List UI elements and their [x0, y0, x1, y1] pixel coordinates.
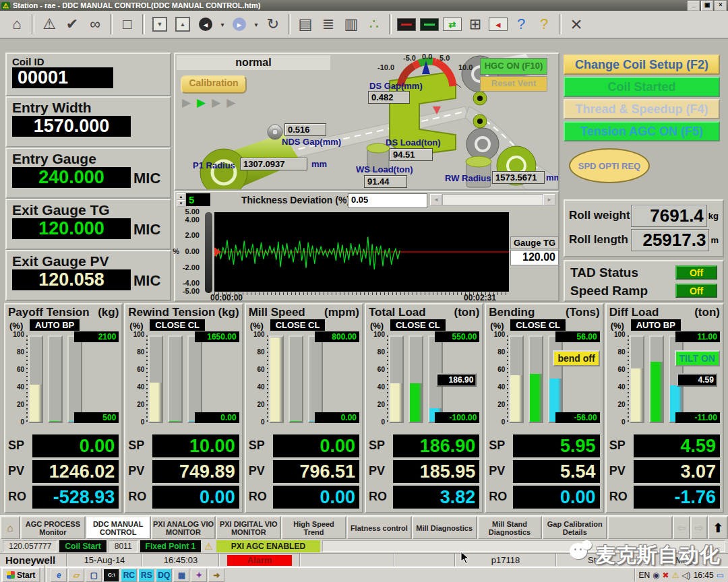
tab-home-icon[interactable]: ⌂	[0, 516, 20, 540]
diamond-icon[interactable]: ✦	[191, 569, 207, 582]
app-alarm-icon: ⚠	[1, 2, 10, 9]
spinner-up-icon[interactable]: ▲	[177, 193, 185, 200]
recall-down-icon[interactable]: ▼	[150, 13, 170, 36]
tab-flatness-control[interactable]: Flatness control	[346, 516, 412, 540]
internet-explorer-icon[interactable]: e	[51, 569, 67, 582]
gauge-axis-tick: 0	[261, 418, 265, 426]
bottom-work-hub	[477, 119, 483, 124]
trend-v-slider[interactable]	[205, 212, 212, 293]
tab-ddc-manual[interactable]: DDC MANUAL CONTROL	[86, 516, 151, 540]
print-icon[interactable]: ▤	[295, 13, 315, 36]
tab-blank[interactable]	[607, 516, 673, 540]
gauge-row-label: RO	[128, 490, 152, 504]
coil-field-value: 1570.000	[12, 116, 131, 137]
gauge-pv-value: 749.89	[152, 460, 239, 483]
alarm-icon[interactable]: ⚠	[39, 13, 59, 36]
tab-back-icon[interactable]: ⇦	[673, 516, 690, 540]
scroll-track[interactable]	[442, 194, 543, 205]
back-menu-icon[interactable]: ▾	[218, 13, 226, 36]
tab-agc-process[interactable]: AGC PROCESS Monitor	[20, 516, 86, 540]
hgc-on-button[interactable]: HGC ON (F10)	[480, 58, 547, 75]
gauge-axis-tick: 0	[20, 418, 24, 426]
spd-opti-req-indicator[interactable]: SPD OPTI REQ	[569, 148, 650, 183]
connect-icon[interactable]: ∞	[85, 13, 105, 36]
window-icon[interactable]: ▢	[86, 569, 102, 582]
help-gears-icon[interactable]: ?	[511, 13, 531, 36]
tension-agc-button[interactable]: Tension AGC ON (F5)	[564, 121, 720, 141]
forward-menu-icon[interactable]: ▾	[252, 13, 260, 36]
tab-up-icon[interactable]: ⬆	[708, 516, 728, 540]
checklist-icon[interactable]: ≣	[318, 13, 338, 36]
error-tray-icon[interactable]: ✖	[663, 571, 669, 580]
gauge-extra-button[interactable]: bend off	[553, 350, 599, 366]
gauge-title: Diff Load	[609, 306, 659, 319]
tab-pxi-analog-vio[interactable]: PXI ANALOG VIO MONITOR	[151, 516, 216, 540]
gauge-mode-indicator[interactable]: AUTO BP	[30, 319, 80, 331]
gauge-axis-label: (%)	[129, 321, 143, 331]
gauge-extra-button[interactable]: TILT ON	[675, 350, 720, 366]
gauge-mode-indicator[interactable]: CLOSE CL	[150, 319, 205, 331]
tab-forward-icon[interactable]: ⇨	[690, 516, 708, 540]
gauge-row-label: PV	[8, 464, 32, 478]
monitor-red-icon[interactable]	[396, 13, 417, 36]
monitor-green-icon[interactable]	[419, 13, 439, 36]
restore-button[interactable]: ▣	[701, 1, 713, 11]
windows-stack-icon[interactable]: ⊞	[465, 13, 485, 36]
refresh-icon[interactable]: ↻	[263, 13, 283, 36]
stop-icon[interactable]: □	[117, 13, 138, 36]
thread-speedup-button[interactable]: Thread & Speedup (F4)	[564, 99, 720, 119]
roll-data-panel: Roll weight 7691.4 kg Roll length 25917.…	[564, 199, 724, 257]
warning-tray-icon[interactable]: ⚠	[672, 571, 679, 580]
display-tray-icon[interactable]: ▭	[717, 571, 724, 580]
tab-mill-diagnostics[interactable]: Mill Diagnostics	[412, 516, 477, 540]
minimize-button[interactable]: _	[688, 1, 700, 11]
tab-mill-stand[interactable]: Mill Stand Diagnostics	[477, 516, 543, 540]
folder-icon[interactable]: ▱	[68, 569, 84, 582]
trend-y-tick: 5.00	[177, 207, 200, 216]
language-indicator[interactable]: EN	[638, 571, 650, 580]
alarm-cell[interactable]: Alarm	[220, 554, 301, 567]
help-doc-icon[interactable]: ?	[534, 13, 554, 36]
gauge-mode-indicator[interactable]: AUTO BP	[631, 319, 681, 331]
change-coil-setup-button[interactable]: Change Coil Setup (F2)	[564, 55, 720, 75]
rs-app-icon[interactable]: RS	[138, 569, 154, 582]
columns-icon[interactable]: ▥	[341, 13, 361, 36]
calibration-button[interactable]: Calibration	[181, 75, 247, 94]
acknowledge-icon[interactable]: ✔	[62, 13, 82, 36]
coil-started-indicator[interactable]: Coil Started	[564, 77, 720, 97]
computer-icon[interactable]: ▦	[173, 569, 189, 582]
tad-status-value[interactable]: Off	[675, 265, 717, 280]
volume-icon[interactable]: ◁)	[681, 571, 690, 580]
network-icon[interactable]: ∴	[364, 13, 384, 36]
close-button[interactable]: ×	[715, 1, 727, 11]
recall-up-icon[interactable]: ▲	[173, 13, 193, 36]
home-icon[interactable]: ⌂	[7, 13, 27, 36]
gauge-mode-indicator[interactable]: CLOSE CL	[390, 319, 446, 331]
reset-vent-button[interactable]: Reset Vent	[480, 76, 547, 92]
trend-deviation-input[interactable]: 0.05	[348, 193, 427, 208]
forward-icon[interactable]: ▸	[229, 13, 249, 36]
gauge-bar	[510, 375, 522, 422]
gauge-axis-label: (%)	[490, 321, 504, 331]
alarm-indicator[interactable]: Alarm	[227, 555, 292, 566]
logoff-icon[interactable]: ➜	[208, 569, 224, 582]
spinner-down-icon[interactable]: ▼	[177, 200, 185, 207]
back-icon[interactable]: ◂	[195, 13, 216, 36]
gauge-mode-indicator[interactable]: CLOSE CL	[270, 319, 326, 331]
tab-gap-calibration[interactable]: Gap Calibration Details	[542, 516, 607, 540]
gauge-axis-label: (%)	[250, 321, 264, 331]
tab-pxi-digital-vio[interactable]: PXI DIGITAL VIO MONITOR	[216, 516, 281, 540]
eye-icon[interactable]: ◉	[653, 571, 659, 580]
gauge-mode-indicator[interactable]: CLOSE CL	[510, 319, 566, 331]
command-prompt-icon[interactable]: C:\	[103, 569, 119, 582]
close-icon[interactable]: ×	[566, 13, 586, 36]
archive-in-icon[interactable]: ◂	[488, 13, 508, 36]
speed-ramp-value[interactable]: Off	[675, 284, 717, 298]
tab-high-speed-trend[interactable]: High Speed Trend	[281, 516, 346, 540]
scroll-left-icon[interactable]: ◂	[430, 194, 442, 205]
dq-app-icon[interactable]: DQ	[156, 569, 172, 582]
archive-swap-icon[interactable]: ⇄	[442, 13, 462, 36]
scroll-right-icon[interactable]: ▸	[543, 194, 555, 205]
start-button[interactable]: Start	[1, 567, 40, 582]
rc-app-icon[interactable]: RC	[121, 569, 137, 582]
